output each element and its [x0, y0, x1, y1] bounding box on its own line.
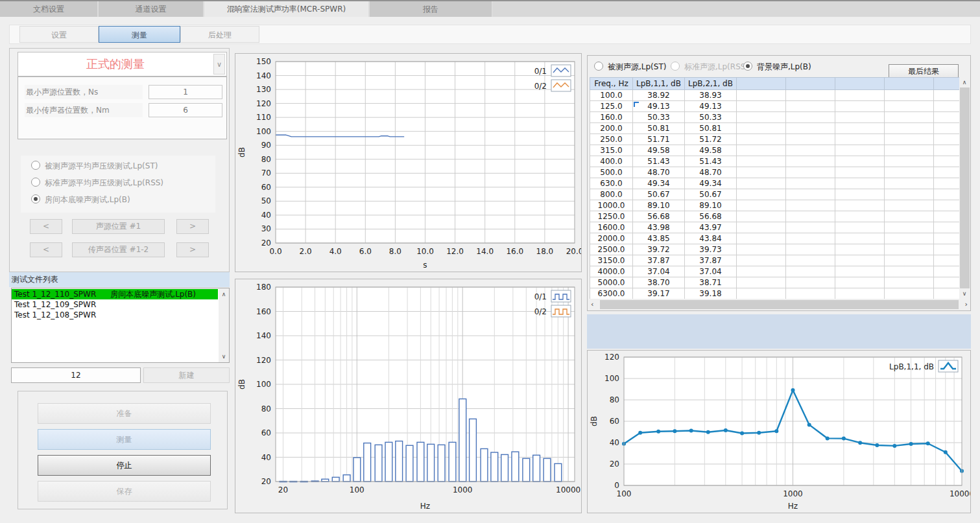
result-table-container[interactable]: Freq., HzLpB,1,1, dBLpB,2,1, dB100.038.9…	[590, 77, 959, 299]
last-result-button[interactable]: 最后结果	[889, 64, 959, 78]
table-cell[interactable]	[885, 244, 934, 255]
table-cell[interactable]	[934, 90, 960, 101]
table-cell[interactable]: 56.68	[685, 211, 737, 222]
table-row[interactable]: 2000.043.8543.84	[590, 233, 960, 244]
measurement-mode-dropdown[interactable]: 正式的测量 ∨	[18, 52, 227, 76]
table-cell[interactable]	[737, 145, 786, 156]
table-cell[interactable]	[835, 178, 885, 189]
table-cell[interactable]	[835, 156, 885, 167]
scroll-right-icon[interactable]: ›	[965, 300, 968, 308]
min-mic-positions-field[interactable]: 6	[149, 103, 222, 117]
table-cell[interactable]	[786, 277, 835, 288]
table-cell[interactable]: 39.18	[685, 288, 737, 299]
mic-position-button[interactable]: 传声器位置 #1-2	[72, 242, 165, 257]
tab-mcr-spwr[interactable]: 混响室法测试声功率(MCR-SPWR)	[204, 1, 370, 17]
table-cell[interactable]: 1250.0	[590, 211, 633, 222]
table-cell[interactable]	[835, 277, 885, 288]
table-cell[interactable]	[835, 134, 885, 145]
table-row[interactable]: 100.038.9238.93	[590, 90, 960, 101]
table-cell[interactable]	[835, 233, 885, 244]
table-cell[interactable]	[737, 233, 786, 244]
table-cell[interactable]	[835, 288, 885, 299]
table-cell[interactable]	[885, 178, 934, 189]
table-cell[interactable]	[885, 288, 934, 299]
table-cell[interactable]: 89.10	[633, 200, 685, 211]
table-cell[interactable]	[934, 233, 960, 244]
file-list-scrollbar[interactable]: ∧ ∨	[219, 288, 229, 362]
source-position-next-button[interactable]: >	[176, 219, 209, 234]
table-cell[interactable]: 89.10	[685, 200, 737, 211]
table-cell[interactable]	[885, 123, 934, 134]
result-radio-lp-st[interactable]: 被测声源,Lp(ST)	[594, 62, 666, 72]
radio-lp-st[interactable]: 被测声源平均声压级测试,Lp(ST)	[31, 161, 158, 171]
table-row[interactable]: 4000.037.0437.04	[590, 266, 960, 277]
table-cell[interactable]	[786, 156, 835, 167]
table-cell[interactable]	[934, 266, 960, 277]
table-cell[interactable]	[835, 200, 885, 211]
radio-lp-rss[interactable]: 标准声源平均声压级测试,Lp(RSS)	[31, 178, 163, 188]
table-vscrollbar[interactable]: ∧ ∨	[959, 77, 970, 299]
table-cell[interactable]	[737, 211, 786, 222]
table-cell[interactable]	[934, 134, 960, 145]
table-cell[interactable]	[934, 101, 960, 112]
table-cell[interactable]: 100.0	[590, 90, 633, 101]
table-cell[interactable]	[885, 145, 934, 156]
table-row[interactable]: 6300.039.1739.18	[590, 288, 960, 299]
table-cell[interactable]	[885, 189, 934, 200]
table-cell[interactable]	[835, 222, 885, 233]
table-cell[interactable]	[737, 123, 786, 134]
table-row[interactable]: 630.049.3449.34	[590, 178, 960, 189]
table-cell[interactable]: 50.33	[633, 112, 685, 123]
table-cell[interactable]	[835, 266, 885, 277]
source-position-prev-button[interactable]: <	[30, 219, 62, 234]
table-cell[interactable]: 43.97	[685, 222, 737, 233]
table-cell[interactable]: 51.43	[633, 156, 685, 167]
table-cell[interactable]	[786, 101, 835, 112]
table-cell[interactable]	[786, 90, 835, 101]
subtab-measure[interactable]: 测量	[99, 26, 180, 43]
table-cell[interactable]	[885, 200, 934, 211]
save-button[interactable]: 保存	[38, 481, 211, 502]
table-cell[interactable]	[786, 189, 835, 200]
table-cell[interactable]	[835, 90, 885, 101]
table-cell[interactable]: 630.0	[590, 178, 633, 189]
table-cell[interactable]: 39.17	[633, 288, 685, 299]
table-cell[interactable]: 51.72	[685, 134, 737, 145]
table-row[interactable]: 125.049.1349.13	[590, 101, 960, 112]
table-cell[interactable]	[934, 288, 960, 299]
table-cell[interactable]	[737, 167, 786, 178]
table-cell[interactable]: 49.13	[633, 101, 685, 112]
table-cell[interactable]: 56.68	[633, 211, 685, 222]
table-cell[interactable]	[835, 112, 885, 123]
table-cell[interactable]	[737, 255, 786, 266]
table-cell[interactable]: 49.58	[633, 145, 685, 156]
table-cell[interactable]: 3150.0	[590, 255, 633, 266]
table-row[interactable]: 200.050.8150.81	[590, 123, 960, 134]
result-radio-lp-rss[interactable]: 标准声源,Lp(RSS)	[671, 62, 748, 72]
table-cell[interactable]	[885, 134, 934, 145]
subtab-postprocess[interactable]: 后处理	[180, 26, 259, 43]
table-cell[interactable]	[737, 288, 786, 299]
table-cell[interactable]	[786, 112, 835, 123]
table-cell[interactable]	[934, 211, 960, 222]
table-cell[interactable]	[835, 255, 885, 266]
stop-button[interactable]: 停止	[38, 455, 211, 476]
table-cell[interactable]: 43.98	[633, 222, 685, 233]
tab-report[interactable]: 报告	[370, 1, 493, 17]
table-cell[interactable]	[786, 233, 835, 244]
test-file-list[interactable]: Test 1_12_110_SPWR房间本底噪声测试,Lp(B) Test 1_…	[11, 288, 230, 363]
table-cell[interactable]	[786, 134, 835, 145]
table-cell[interactable]	[737, 244, 786, 255]
table-cell[interactable]: 5000.0	[590, 277, 633, 288]
table-cell[interactable]	[934, 145, 960, 156]
table-cell[interactable]	[835, 101, 885, 112]
tab-channel-settings[interactable]: 通道设置	[99, 1, 204, 17]
table-cell[interactable]: 37.04	[685, 266, 737, 277]
table-cell[interactable]	[885, 277, 934, 288]
result-radio-lp-b[interactable]: 背景噪声,Lp(B)	[743, 62, 811, 72]
scroll-down-icon[interactable]: ∨	[219, 352, 229, 361]
chevron-down-icon[interactable]: ∨	[213, 54, 225, 75]
table-cell[interactable]: 37.87	[685, 255, 737, 266]
table-cell[interactable]: 49.34	[633, 178, 685, 189]
table-cell[interactable]	[885, 167, 934, 178]
